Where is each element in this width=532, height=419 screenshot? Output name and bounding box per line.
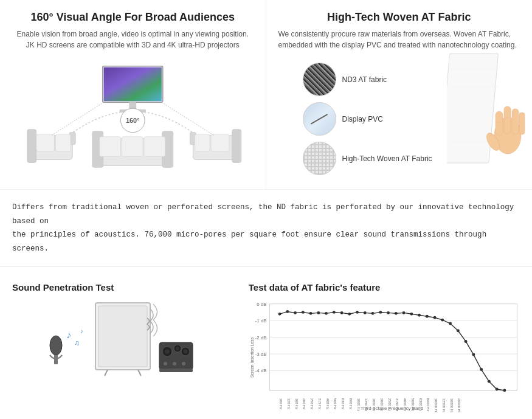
svg-text:♪: ♪ (66, 330, 71, 340)
svg-point-76 (302, 311, 305, 314)
svg-point-89 (402, 311, 405, 314)
svg-text:Screen Insertion Loss: Screen Insertion Loss (250, 337, 254, 378)
svg-point-84 (364, 311, 367, 314)
svg-rect-33 (504, 106, 511, 134)
svg-rect-32 (496, 111, 503, 136)
svg-text:20000 Hz: 20000 Hz (457, 398, 461, 412)
svg-rect-35 (519, 113, 525, 134)
svg-point-74 (286, 310, 289, 313)
svg-rect-46 (98, 306, 147, 367)
chart-panel: Test data of AT fabric's feature 0 dB -1… (240, 276, 532, 409)
svg-text:315 Hz: 315 Hz (318, 398, 322, 410)
svg-rect-14 (100, 137, 121, 157)
description-line2: the principles of acoustics. 76,000 micr… (12, 228, 520, 255)
svg-point-98 (472, 353, 475, 356)
svg-text:♫: ♫ (74, 339, 80, 347)
svg-text:16000 Hz: 16000 Hz (449, 398, 453, 412)
svg-point-59 (182, 362, 185, 365)
svg-text:10000 Hz: 10000 Hz (434, 398, 438, 412)
svg-rect-34 (512, 109, 519, 134)
svg-point-91 (418, 314, 421, 317)
svg-point-80 (333, 311, 336, 314)
svg-text:160 Hz: 160 Hz (294, 398, 298, 410)
svg-point-95 (449, 322, 452, 325)
svg-rect-7 (232, 130, 241, 163)
fabric-description: We consistently procure raw materials fr… (278, 29, 520, 50)
fabric-circles: ND3 AT fabric Display PVC High-Tech Wove… (303, 63, 432, 175)
svg-point-55 (183, 350, 187, 354)
fabric-circle-nd3 (303, 63, 336, 96)
svg-text:12500 Hz: 12500 Hz (442, 398, 446, 412)
sound-test-image: ♪ ♫ ♪ (12, 300, 227, 379)
svg-point-40 (50, 336, 62, 355)
svg-point-88 (395, 312, 398, 315)
svg-text:♪: ♪ (80, 328, 83, 334)
svg-point-94 (441, 319, 444, 322)
svg-point-82 (348, 313, 351, 316)
svg-point-79 (325, 312, 328, 315)
svg-text:0 dB: 0 dB (257, 302, 266, 307)
svg-text:800 Hz: 800 Hz (349, 398, 353, 410)
svg-point-78 (317, 311, 320, 314)
visual-angle-diagram: 160° (12, 57, 254, 178)
svg-text:200 Hz: 200 Hz (302, 398, 306, 410)
fabric-label-pvc: Display PVC (342, 115, 383, 123)
sound-test-panel: Sound Penetration Test ♪ ♫ ♪ (0, 276, 240, 409)
fabric-circle-woven (303, 142, 336, 175)
description-text: Differs from traditional woven or perfor… (0, 190, 532, 267)
svg-text:250 Hz: 250 Hz (310, 398, 314, 410)
visual-angle-subtitle: Enable vision from broad angle, video is… (12, 29, 254, 50)
description-line1: Differs from traditional woven or perfor… (12, 201, 520, 228)
svg-text:Third-octave Frequency Band: Third-octave Frequency Band (361, 406, 423, 411)
svg-point-102 (503, 389, 506, 392)
svg-text:-4 dB: -4 dB (255, 368, 266, 373)
svg-rect-18 (104, 68, 162, 102)
svg-point-97 (464, 340, 467, 343)
fabric-item-pvc: Display PVC (303, 102, 432, 136)
svg-text:-2 dB: -2 dB (255, 335, 266, 341)
svg-point-92 (426, 315, 429, 318)
svg-text:630 Hz: 630 Hz (341, 398, 345, 410)
svg-point-90 (410, 313, 413, 316)
visual-angle-panel: 160° Visual Angle For Broad Audiences En… (0, 0, 266, 189)
svg-text:160°: 160° (126, 117, 140, 124)
svg-text:8000 Hz: 8000 Hz (426, 398, 430, 412)
chart-title: Test data of AT fabric's feature (249, 282, 523, 293)
svg-rect-16 (144, 137, 165, 157)
svg-point-53 (176, 347, 179, 350)
fabric-title: High-Tech Woven AT Fabric (278, 11, 520, 24)
svg-rect-41 (54, 355, 58, 364)
svg-line-47 (105, 370, 108, 376)
svg-point-75 (294, 311, 297, 314)
fabric-label-nd3: ND3 AT fabric (342, 75, 387, 84)
fabric-label-woven: High-Tech Woven AT Fabric (342, 154, 432, 163)
svg-text:1000 Hz: 1000 Hz (356, 398, 360, 412)
svg-point-85 (371, 312, 374, 315)
svg-point-57 (164, 362, 167, 365)
sound-test-title: Sound Penetration Test (12, 282, 227, 293)
svg-point-58 (173, 362, 176, 365)
svg-rect-56 (159, 369, 193, 372)
svg-point-96 (457, 329, 460, 332)
svg-text:400 Hz: 400 Hz (325, 398, 329, 410)
svg-text:-1 dB: -1 dB (255, 318, 266, 324)
svg-rect-15 (122, 137, 143, 157)
chart-container: 0 dB -1 dB -2 dB -3 dB -4 dB Screen Inse… (249, 300, 523, 403)
svg-point-81 (340, 311, 343, 314)
svg-text:120 Hz: 120 Hz (287, 398, 291, 410)
svg-rect-4 (36, 134, 55, 151)
fabric-circle-pvc (303, 102, 336, 136)
svg-rect-2 (27, 130, 36, 163)
fabric-item-nd3: ND3 AT fabric (303, 63, 432, 96)
svg-point-86 (379, 311, 382, 314)
svg-text:-3 dB: -3 dB (255, 351, 266, 357)
svg-point-99 (480, 368, 483, 371)
svg-point-51 (165, 349, 170, 354)
svg-point-100 (488, 380, 491, 383)
svg-line-48 (138, 370, 141, 376)
svg-rect-5 (55, 134, 71, 151)
svg-rect-60 (269, 304, 517, 390)
svg-point-101 (495, 387, 498, 390)
svg-rect-10 (211, 134, 229, 151)
svg-point-87 (387, 311, 390, 314)
